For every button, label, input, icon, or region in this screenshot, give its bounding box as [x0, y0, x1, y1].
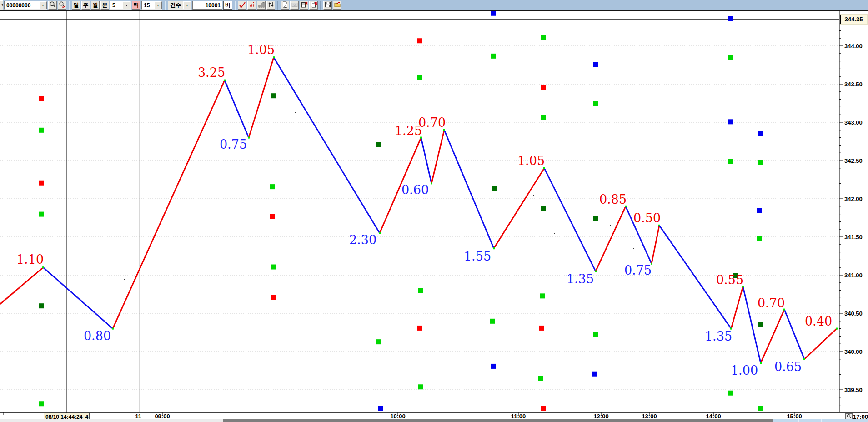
down-swing-segment — [43, 267, 113, 328]
signal-marker-green — [757, 236, 762, 241]
chevron-down-icon[interactable]: ▼ — [123, 1, 130, 9]
price-tick-label: 340.50 — [844, 310, 863, 317]
signal-marker-blue — [758, 131, 763, 136]
signal-marker-red — [539, 326, 544, 331]
trading-chart-window: ◄ 00000000 ▼ 일 주 월 분 5 ▼ 틱 15 ▼ — [0, 0, 868, 422]
stray-dot — [633, 248, 634, 249]
signal-marker-blue — [491, 364, 496, 369]
price-tick-label: 341.00 — [844, 272, 863, 279]
copy-r-button[interactable]: R — [309, 1, 318, 10]
signal-marker-green — [758, 160, 763, 165]
scroll-left-icon[interactable]: ◄ — [0, 0, 3, 10]
current-price-box: 344.35 — [840, 15, 867, 24]
tick-line-icon — [239, 1, 246, 10]
up-swing-segment — [652, 226, 659, 264]
scrollbar-notch — [798, 419, 799, 422]
swing-label: 3.25 — [198, 65, 225, 80]
signal-marker-red — [39, 181, 44, 186]
swing-vertex-dot — [431, 182, 432, 184]
signal-marker-green — [540, 293, 545, 298]
new-document-button[interactable] — [281, 1, 289, 10]
swing-label: 0.70 — [758, 296, 785, 310]
signal-marker-green — [39, 128, 44, 133]
chart-area[interactable]: 1.100.803.250.751.052.301.250.600.701.55… — [0, 0, 868, 422]
period-day-button[interactable]: 일 — [72, 1, 80, 10]
chevron-down-icon[interactable]: ▼ — [183, 1, 191, 9]
signal-marker-green — [418, 384, 423, 389]
down-swing-segment — [544, 168, 596, 271]
swing-vertex-dot — [379, 232, 381, 234]
period-tick-button[interactable]: 틱 — [132, 1, 140, 10]
swing-label: 1.00 — [731, 363, 758, 377]
capture-icon-disabled — [291, 1, 298, 10]
period-minute-button[interactable]: 분 — [100, 1, 109, 10]
dotted-bars-button[interactable] — [247, 1, 256, 10]
save-icon — [324, 1, 331, 10]
signal-marker-blue — [491, 11, 496, 16]
signal-marker-green — [541, 115, 546, 120]
symbol-combo[interactable]: 00000000 ▼ — [4, 1, 47, 10]
save-button[interactable] — [323, 1, 332, 10]
period-week-button[interactable]: 주 — [81, 1, 90, 10]
signal-marker-darkgreen — [593, 216, 598, 221]
price-tick-label: 342.00 — [844, 196, 863, 202]
refresh-r-button[interactable]: R — [300, 1, 308, 10]
minute-interval-combo[interactable]: 5 ▼ — [110, 1, 131, 10]
stray-dot — [667, 267, 667, 268]
count-mode-combo[interactable]: 건수 ▼ — [168, 1, 191, 10]
search-button[interactable] — [48, 1, 57, 10]
signal-marker-green — [728, 55, 733, 60]
open-folder-icon — [334, 1, 341, 10]
toolbar-separator — [320, 1, 321, 10]
signal-marker-green — [417, 75, 422, 80]
swing-vertex-dot — [803, 358, 805, 360]
swing-vertex-dot — [595, 271, 597, 272]
signal-marker-green — [271, 265, 276, 270]
volume-bars-button[interactable] — [257, 1, 266, 10]
horizontal-scrollbar[interactable] — [0, 419, 868, 422]
chevron-down-icon[interactable]: ▼ — [154, 1, 162, 9]
up-swing-segment — [731, 286, 743, 328]
signal-marker-red — [270, 214, 275, 219]
scrollbar-notch — [821, 419, 822, 422]
sort-updown-button[interactable] — [266, 1, 275, 10]
magnifier-red-arrow-icon — [59, 1, 66, 10]
price-tick-label: 341.50 — [844, 234, 863, 241]
signal-marker-blue — [728, 16, 733, 21]
scrollbar-right-track[interactable] — [773, 419, 868, 422]
signal-marker-green — [376, 339, 381, 344]
period-month-button[interactable]: 월 — [91, 1, 100, 10]
swing-vertex-dot — [112, 328, 114, 330]
signal-marker-green — [728, 159, 733, 164]
open-folder-button[interactable] — [333, 1, 341, 10]
swing-label: 0.85 — [599, 192, 627, 206]
signal-marker-darkgreen — [376, 142, 381, 147]
tick-interval-value: 15 — [144, 2, 150, 9]
signal-marker-green — [39, 212, 44, 217]
signal-marker-blue — [378, 406, 383, 411]
count-mode-value: 건수 — [170, 1, 181, 9]
up-swing-segment — [761, 310, 784, 363]
price-tick-label: 340.00 — [844, 348, 863, 355]
tick-line-chart-button[interactable] — [238, 1, 246, 10]
scrollbar-thumb[interactable] — [223, 419, 773, 422]
up-swing-segment — [113, 80, 225, 329]
signal-marker-green — [39, 401, 44, 406]
capture-button — [290, 1, 299, 10]
swing-label: 0.50 — [633, 211, 661, 225]
signal-marker-darkgreen — [271, 93, 276, 98]
search-jump-button[interactable] — [58, 1, 66, 10]
copy-r-icon: R — [310, 1, 317, 10]
count-input[interactable] — [192, 1, 222, 10]
swing-label: 2.30 — [349, 233, 376, 247]
up-swing-segment — [494, 168, 544, 248]
chevron-down-icon[interactable]: ▼ — [39, 1, 47, 9]
swing-label: 0.70 — [418, 116, 446, 130]
tick-interval-combo[interactable]: 15 ▼ — [141, 1, 162, 10]
price-tick-label: 343.00 — [844, 119, 863, 126]
swing-label: 1.55 — [464, 249, 491, 263]
signal-marker-green — [418, 288, 423, 293]
volume-bars-icon — [258, 1, 265, 10]
signal-marker-darkgreen — [492, 186, 497, 191]
swing-label: 1.10 — [16, 252, 44, 266]
